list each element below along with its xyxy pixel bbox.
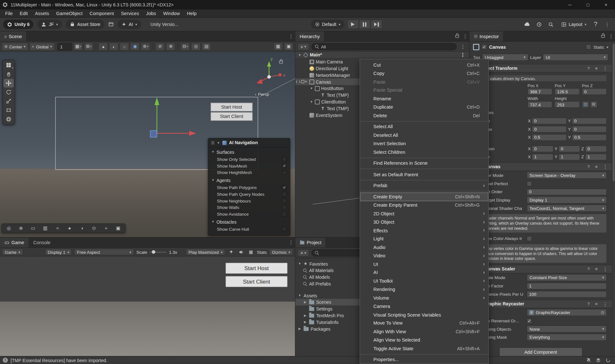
add-component-button[interactable]: Add Component <box>499 347 582 356</box>
lock-icon[interactable] <box>279 61 283 64</box>
checkbox[interactable] <box>282 211 287 216</box>
foldout-arrow-icon[interactable]: ▼ <box>217 141 220 145</box>
context-menu-item-duplicate[interactable]: DuplicateCtrl+D <box>360 103 488 111</box>
tab-scene[interactable]: # Scene <box>0 31 27 41</box>
context-menu-item-prefab[interactable]: Prefab› <box>360 181 488 190</box>
context-menu-item-select-all[interactable]: Select All <box>360 122 488 131</box>
gameobject-name[interactable]: Canvas <box>489 44 506 50</box>
rect-transform-header[interactable]: ▼ Rect Transform ? ≡ ⋮ <box>470 64 612 72</box>
context-menu-item-video[interactable]: Video› <box>360 252 488 260</box>
menubar-item-edit[interactable]: Edit <box>16 9 31 17</box>
lock-icon[interactable] <box>601 35 605 38</box>
scale-y-field[interactable]: 1 <box>559 153 580 160</box>
anchor-presets-icon[interactable]: ⊡ <box>582 101 589 108</box>
help-icon[interactable]: ? <box>594 21 597 28</box>
static-checkbox[interactable] <box>586 44 591 49</box>
graphic-raycaster-header[interactable]: ▼ ✓ Graphic Raycaster ? ≡ ⋮ <box>470 300 612 308</box>
help-icon[interactable]: ? <box>586 267 591 271</box>
xel-perfect-checkbox[interactable] <box>527 181 532 186</box>
scrollbar-thumb[interactable] <box>613 44 615 181</box>
min-x-field[interactable]: 0 <box>532 118 567 124</box>
scene-row-kebab-icon[interactable]: ⋮ <box>459 52 467 58</box>
checkbox[interactable] <box>282 227 287 231</box>
asset-store-button[interactable]: Asset Store <box>66 20 104 29</box>
panels-button[interactable]: ▥ <box>40 225 51 232</box>
foldout-arrow-icon[interactable]: ▶ <box>303 320 307 324</box>
mute-audio-icon[interactable] <box>237 249 245 255</box>
hierarchy-search-input[interactable]: All <box>311 43 456 50</box>
king-mask-dropdown[interactable]: Everything▾ <box>527 334 607 341</box>
help-icon[interactable]: ? <box>586 66 591 71</box>
display-dropdown[interactable]: Display 1▾ <box>45 249 72 255</box>
window-manager-icon[interactable] <box>108 21 114 27</box>
shading-mode-button[interactable]: ● <box>99 43 108 50</box>
help-icon[interactable]: ? <box>586 302 591 306</box>
context-menu-item-properties[interactable]: Properties... <box>360 355 488 364</box>
add-gameobject-button[interactable]: +▾ <box>298 43 309 50</box>
anchors-row[interactable]: ors <box>470 109 612 116</box>
rence-pixels-per-u-field[interactable]: 100 <box>527 291 607 297</box>
move-tool-button[interactable] <box>4 79 14 87</box>
contrast-button[interactable]: ◑ <box>76 225 87 232</box>
context-menu-item-align-view-to-selected[interactable]: Align View to Selected <box>360 336 488 344</box>
component-kebab-icon[interactable]: ⋮ <box>601 301 609 307</box>
checkbox[interactable] <box>282 157 287 161</box>
search-icon[interactable] <box>548 21 554 27</box>
rotation-y-field[interactable]: 0 <box>559 145 580 152</box>
foldout-arrow-icon[interactable]: ▶ <box>303 300 307 304</box>
rect-tool-button[interactable] <box>4 106 14 114</box>
account-button[interactable]: JF ▾ <box>37 20 62 29</box>
checkbox[interactable]: ✓ <box>282 163 287 168</box>
rotation-z-field[interactable]: 0 <box>585 145 607 152</box>
foldout-arrow-icon[interactable]: ▶ <box>303 314 307 317</box>
presets-icon[interactable]: ≡ <box>594 164 599 169</box>
grid-snap-dropdown[interactable]: ▦▾ <box>73 43 83 50</box>
ai-navigation-header[interactable]: ☰ ▼ AI Navigation <box>208 138 290 147</box>
canvas-component-header[interactable]: ▼ ✓ Canvas ? ≡ ⋮ <box>470 162 612 171</box>
move-axes-button[interactable]: ⊕ <box>15 225 27 232</box>
menubar-item-component[interactable]: Component <box>86 9 118 17</box>
layers-cache-icon[interactable] <box>596 358 601 363</box>
rotate-tool-button[interactable] <box>4 88 14 96</box>
gizmos-dropdown[interactable]: Gizmos▾ <box>269 249 293 255</box>
context-menu-item-cut[interactable]: CutCtrl+X <box>360 61 488 69</box>
ex-color-always-ir-checkbox[interactable] <box>527 236 532 241</box>
sphere-button[interactable]: ● <box>64 225 75 232</box>
foldout-arrow-icon[interactable]: ▼ <box>298 294 302 297</box>
maximize-button[interactable]: □ <box>579 0 597 9</box>
tag-dropdown[interactable]: Untagged▾ <box>482 54 528 61</box>
help-icon[interactable]: ? <box>586 164 591 169</box>
status-message-icon[interactable]: ! <box>3 358 8 363</box>
minimize-button[interactable]: ─ <box>561 0 579 9</box>
menubar-item-gameobject[interactable]: GameObject <box>53 9 86 17</box>
game-view-dropdown[interactable]: Game▾ <box>2 249 23 255</box>
tab-project[interactable]: Project <box>295 238 326 248</box>
toolbar-kebab-icon[interactable]: ⋮ <box>603 21 611 27</box>
context-menu-item-light[interactable]: Light› <box>360 235 488 243</box>
e-factor-field[interactable]: 1 <box>527 283 607 289</box>
tional-shader-cha-dropdown[interactable]: TexCoord1, Normal, Tangent▾ <box>527 205 607 212</box>
menubar-item-jobs[interactable]: Jobs <box>143 9 160 17</box>
context-menu-item-ui-toolkit[interactable]: UI Toolkit› <box>360 277 488 285</box>
zoom-button[interactable]: ⊙ <box>88 225 99 232</box>
ai-nav-section-obstacles[interactable]: ▼Obstacles <box>208 218 290 225</box>
context-menu-item-3d-object[interactable]: 3D Object› <box>360 218 488 226</box>
component-kebab-icon[interactable]: ⋮ <box>601 65 609 71</box>
tool-context-dropdown[interactable]: ▾ <box>4 61 14 70</box>
context-menu-item-camera[interactable]: Camera <box>360 302 488 310</box>
pivot-x-field[interactable]: 0.5 <box>532 134 567 141</box>
component-kebab-icon[interactable]: ⋮ <box>601 164 609 170</box>
hidden-objects-toggle[interactable]: ⊘ <box>155 43 165 50</box>
menubar-item-file[interactable]: File <box>2 9 16 17</box>
context-menu-item-volume[interactable]: Volume› <box>360 294 488 302</box>
pickability-icon[interactable] <box>301 80 304 83</box>
context-menu-item-delete[interactable]: DeleteDel <box>360 112 488 120</box>
vsync-grid-icon[interactable]: ▦ <box>247 249 254 254</box>
menubar-item-window[interactable]: Window <box>160 9 183 17</box>
layers-dropdown[interactable]: ⊟▾ <box>180 43 190 50</box>
effects-toggle-button[interactable]: ◉ <box>130 43 140 50</box>
section-tool-button[interactable]: ⊗ <box>166 43 175 50</box>
tab-inspector[interactable]: ◎ Inspector <box>470 31 503 41</box>
width-field[interactable]: 737.4 <box>528 101 553 108</box>
ale-mode-dropdown[interactable]: Constant Pixel Size▾ <box>527 274 607 281</box>
